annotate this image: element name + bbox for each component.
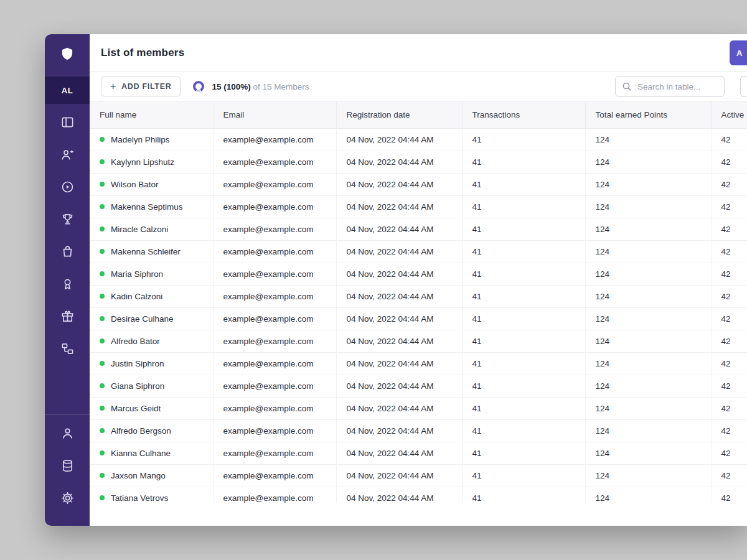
status-dot-icon — [100, 137, 105, 142]
sidebar-item-media[interactable] — [60, 180, 75, 194]
status-dot-icon — [100, 361, 105, 366]
page-title: List of members — [101, 47, 184, 59]
table-row[interactable]: Miracle Calzoni example@example.com 04 N… — [90, 218, 747, 240]
app-logo[interactable] — [45, 34, 90, 77]
member-registration-date-cell: 04 Nov, 2022 04:44 AM — [336, 487, 462, 503]
table-row[interactable]: Kianna Culhane example@example.com 04 No… — [90, 442, 747, 464]
member-active-cell: 42 — [711, 487, 747, 503]
add-filter-button[interactable]: + ADD FILTER — [101, 77, 181, 96]
search-icon — [622, 82, 632, 91]
sidebar-item-settings[interactable] — [60, 491, 75, 505]
table-row[interactable]: Makenna Septimus example@example.com 04 … — [90, 195, 747, 218]
sidebar-item-badges[interactable] — [60, 277, 75, 291]
table-row[interactable]: Alfredo Bator example@example.com 04 Nov… — [90, 330, 747, 352]
member-count: 15 (100%) of 15 Members — [212, 82, 309, 91]
database-icon — [60, 459, 75, 473]
table-row[interactable]: Tatiana Vetrovs example@example.com 04 N… — [90, 487, 747, 503]
member-active-cell: 42 — [711, 128, 747, 151]
table-row[interactable]: Giana Siphron example@example.com 04 Nov… — [90, 375, 747, 397]
member-email-cell: example@example.com — [213, 442, 336, 464]
member-email-cell: example@example.com — [213, 173, 336, 195]
add-member-button[interactable]: A — [730, 40, 747, 65]
member-points-cell: 124 — [585, 397, 711, 419]
sidebar-item-rewards[interactable] — [60, 309, 75, 324]
member-name-cell: Marcus Geidt — [90, 397, 213, 419]
member-transactions-cell: 41 — [462, 352, 585, 375]
member-name-cell: Kianna Culhane — [90, 442, 213, 464]
sidebar-item-members[interactable] — [60, 147, 75, 162]
search-input[interactable] — [636, 82, 718, 92]
member-points-cell: 124 — [585, 375, 711, 397]
table-row[interactable]: Justin Siphron example@example.com 04 No… — [90, 352, 747, 375]
column-header-full-name: Full name — [90, 102, 213, 128]
member-points-cell: 124 — [585, 128, 711, 151]
status-dot-icon — [100, 271, 105, 276]
members-icon — [60, 147, 75, 162]
table-row[interactable]: Kaylynn Lipshutz example@example.com 04 … — [90, 151, 747, 173]
main-content: List of members A + ADD FILTER 15 (100%)… — [90, 34, 747, 526]
sidebar-item-al[interactable]: AL — [45, 77, 90, 104]
table-header-row: Full name Email Registration date Transa… — [90, 102, 747, 128]
member-name-cell: Kadin Calzoni — [90, 285, 213, 307]
member-transactions-cell: 41 — [462, 442, 585, 464]
member-transactions-cell: 41 — [462, 218, 585, 240]
member-registration-date-cell: 04 Nov, 2022 04:44 AM — [336, 285, 462, 307]
table-row[interactable]: Maria Siphron example@example.com 04 Nov… — [90, 263, 747, 285]
table-row[interactable]: Alfredo Bergson example@example.com 04 N… — [90, 419, 747, 442]
member-active-cell: 42 — [711, 285, 747, 307]
table-row[interactable]: Kadin Calzoni example@example.com 04 Nov… — [90, 285, 747, 307]
member-transactions-cell: 41 — [462, 464, 585, 487]
shopping-bag-icon — [60, 245, 75, 259]
member-transactions-cell: 41 — [462, 285, 585, 307]
member-active-cell: 42 — [711, 195, 747, 218]
trophy-icon — [60, 212, 75, 226]
member-active-cell: 42 — [711, 464, 747, 487]
table-body: Madelyn Philips example@example.com 04 N… — [90, 128, 747, 503]
table-row[interactable]: Desirae Culhane example@example.com 04 N… — [90, 307, 747, 330]
member-email-cell: example@example.com — [213, 419, 336, 442]
gift-icon — [60, 309, 75, 324]
table-row[interactable]: Madelyn Philips example@example.com 04 N… — [90, 128, 747, 151]
org-chart-icon — [60, 342, 75, 356]
status-dot-icon — [100, 226, 105, 231]
status-dot-icon — [100, 428, 105, 433]
member-transactions-cell: 41 — [462, 128, 585, 151]
progress-donut-icon — [193, 81, 204, 92]
member-transactions-cell: 41 — [462, 263, 585, 285]
sidebar-item-dashboard[interactable] — [60, 115, 75, 129]
table-row[interactable]: Jaxson Mango example@example.com 04 Nov,… — [90, 464, 747, 487]
table-row[interactable]: Marcus Geidt example@example.com 04 Nov,… — [90, 397, 747, 419]
member-name-cell: Tatiana Vetrovs — [90, 487, 213, 503]
member-points-cell: 124 — [585, 218, 711, 240]
member-transactions-cell: 41 — [462, 330, 585, 352]
member-transactions-cell: 41 — [462, 397, 585, 419]
status-dot-icon — [100, 182, 105, 187]
table-row[interactable]: Makenna Schleifer example@example.com 04… — [90, 240, 747, 263]
sidebar-item-data[interactable] — [60, 459, 75, 473]
member-name-cell: Miracle Calzoni — [90, 218, 213, 240]
member-transactions-cell: 41 — [462, 173, 585, 195]
member-active-cell: 42 — [711, 352, 747, 375]
sidebar-item-store[interactable] — [60, 245, 75, 259]
member-points-cell: 124 — [585, 307, 711, 330]
member-name-cell: Madelyn Philips — [90, 128, 213, 151]
table-row[interactable]: Wilson Bator example@example.com 04 Nov,… — [90, 173, 747, 195]
member-email-cell: example@example.com — [213, 487, 336, 503]
sidebar: AL — [45, 34, 90, 526]
member-registration-date-cell: 04 Nov, 2022 04:44 AM — [336, 375, 462, 397]
member-count-caption: of 15 Members — [253, 82, 309, 91]
member-transactions-cell: 41 — [462, 240, 585, 263]
member-registration-date-cell: 04 Nov, 2022 04:44 AM — [336, 218, 462, 240]
user-icon — [60, 426, 75, 441]
sidebar-item-profile[interactable] — [60, 426, 75, 441]
member-email-cell: example@example.com — [213, 195, 336, 218]
toolbar-cutoff-button[interactable] — [740, 76, 747, 97]
shield-icon — [59, 46, 75, 65]
sidebar-item-achievements[interactable] — [60, 212, 75, 226]
member-count-value: 15 (100%) — [212, 82, 250, 91]
sidebar-item-segments[interactable] — [60, 342, 75, 356]
member-active-cell: 42 — [711, 419, 747, 442]
member-registration-date-cell: 04 Nov, 2022 04:44 AM — [336, 442, 462, 464]
sidebar-bottom-nav — [45, 414, 90, 526]
member-active-cell: 42 — [711, 218, 747, 240]
